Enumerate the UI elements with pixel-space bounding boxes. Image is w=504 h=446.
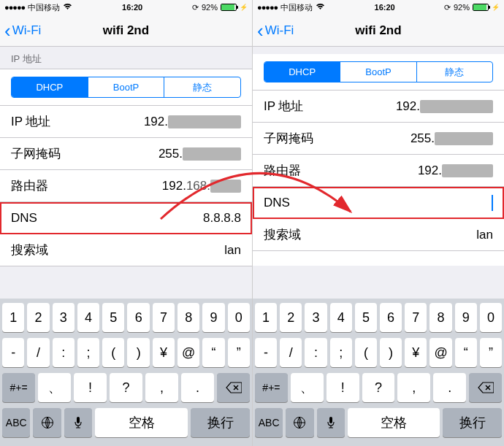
key-char[interactable]: )	[380, 338, 402, 367]
row-subnet[interactable]: 子网掩码 255.	[0, 138, 252, 170]
key-char[interactable]: ;	[77, 338, 99, 367]
status-time: 16:20	[122, 3, 142, 12]
key-row-3: #+= 、!?,.	[2, 373, 250, 402]
key-char[interactable]: ;	[330, 338, 352, 367]
key-1[interactable]: 1	[255, 303, 277, 332]
key-char[interactable]: @	[177, 338, 199, 367]
key-char[interactable]: ”	[228, 338, 250, 367]
key-abc[interactable]: ABC	[2, 408, 30, 437]
key-2[interactable]: 2	[27, 303, 49, 332]
row-subnet[interactable]: 子网掩码 255.	[253, 123, 504, 155]
key-char[interactable]: ¥	[405, 338, 427, 367]
key-9[interactable]: 9	[455, 303, 477, 332]
key-char[interactable]: ?	[110, 373, 142, 402]
key-7[interactable]: 7	[153, 303, 175, 332]
key-char[interactable]: -	[2, 338, 24, 367]
key-char[interactable]: ?	[362, 373, 395, 402]
key-backspace[interactable]	[217, 373, 250, 402]
key-backspace[interactable]	[469, 373, 502, 402]
key-return[interactable]: 换行	[443, 408, 502, 437]
key-char[interactable]: (	[102, 338, 124, 367]
battery-icon	[221, 4, 237, 11]
seg-bootp[interactable]: BootP	[88, 77, 165, 97]
back-label: Wi-Fi	[12, 23, 42, 38]
key-globe[interactable]	[286, 408, 313, 437]
key-mic[interactable]	[64, 408, 92, 437]
key-char[interactable]: !	[74, 373, 107, 402]
battery-pct: 92%	[454, 3, 470, 12]
key-char[interactable]: .	[433, 373, 466, 402]
row-ip[interactable]: IP 地址 192.	[0, 106, 252, 138]
row-dns[interactable]: DNS 8.8.8.8	[0, 202, 252, 234]
key-alt[interactable]: #+=	[2, 373, 35, 402]
key-5[interactable]: 5	[102, 303, 124, 332]
key-char[interactable]: )	[127, 338, 149, 367]
seg-dhcp[interactable]: DHCP	[12, 77, 88, 97]
key-char[interactable]: -	[255, 338, 277, 367]
segment-control: DHCP BootP 静态	[0, 69, 252, 106]
redacted-subnet	[183, 147, 241, 161]
wifi-icon	[316, 3, 325, 12]
key-char[interactable]: “	[202, 338, 224, 367]
key-char[interactable]: /	[280, 338, 302, 367]
key-mic[interactable]	[317, 408, 345, 437]
key-char[interactable]: :	[305, 338, 327, 367]
seg-bootp[interactable]: BootP	[340, 62, 416, 82]
key-char[interactable]: (	[355, 338, 377, 367]
back-label: Wi-Fi	[265, 23, 294, 38]
seg-static[interactable]: 静态	[417, 62, 492, 82]
key-0[interactable]: 0	[228, 303, 250, 332]
key-row-2: -/:;()¥@“”	[255, 338, 502, 367]
key-char[interactable]: .	[181, 373, 214, 402]
key-4[interactable]: 4	[330, 303, 352, 332]
key-9[interactable]: 9	[202, 303, 224, 332]
row-router[interactable]: 路由器 192.	[253, 155, 504, 187]
key-char[interactable]: ,	[397, 373, 430, 402]
backspace-icon	[478, 382, 494, 393]
key-4[interactable]: 4	[77, 303, 99, 332]
key-space[interactable]: 空格	[95, 408, 188, 437]
carrier-text: 中国移动	[280, 2, 313, 13]
key-6[interactable]: 6	[127, 303, 149, 332]
status-bar: ●●●●● 中国移动 16:20 ⟳ 92% ⚡	[253, 0, 504, 15]
key-6[interactable]: 6	[380, 303, 402, 332]
search-value: lan	[224, 243, 241, 258]
key-abc[interactable]: ABC	[255, 408, 283, 437]
row-dns[interactable]: DNS	[253, 187, 504, 219]
keyboard: 1234567890 -/:;()¥@“” #+= 、!?,. ABC 空格 换…	[0, 299, 252, 446]
key-char[interactable]: ¥	[153, 338, 175, 367]
key-char[interactable]: !	[327, 373, 359, 402]
key-1[interactable]: 1	[2, 303, 24, 332]
key-char[interactable]: 、	[291, 373, 324, 402]
key-return[interactable]: 换行	[191, 408, 250, 437]
key-7[interactable]: 7	[405, 303, 427, 332]
key-globe[interactable]	[33, 408, 61, 437]
key-3[interactable]: 3	[53, 303, 75, 332]
key-3[interactable]: 3	[305, 303, 327, 332]
back-button[interactable]: ‹ Wi-Fi	[0, 21, 41, 40]
row-search-domain[interactable]: 搜索域 lan	[253, 219, 504, 251]
key-char[interactable]: “	[455, 338, 477, 367]
seg-static[interactable]: 静态	[164, 77, 240, 97]
key-alt[interactable]: #+=	[255, 373, 288, 402]
key-char[interactable]: @	[429, 338, 451, 367]
key-char[interactable]: :	[53, 338, 75, 367]
key-space[interactable]: 空格	[348, 408, 440, 437]
key-char[interactable]: ,	[145, 373, 178, 402]
row-router[interactable]: 路由器 192.168.	[0, 170, 252, 202]
back-button[interactable]: ‹ Wi-Fi	[253, 21, 294, 40]
key-char[interactable]: ”	[480, 338, 502, 367]
key-row-1: 1234567890	[255, 303, 502, 332]
row-search-domain[interactable]: 搜索域 lan	[0, 234, 252, 266]
key-5[interactable]: 5	[355, 303, 377, 332]
key-8[interactable]: 8	[177, 303, 199, 332]
status-bar: ●●●●● 中国移动 16:20 ⟳ 92% ⚡	[0, 0, 252, 15]
seg-dhcp[interactable]: DHCP	[264, 62, 340, 82]
key-char[interactable]: /	[27, 338, 49, 367]
key-8[interactable]: 8	[429, 303, 451, 332]
key-0[interactable]: 0	[480, 303, 502, 332]
row-ip[interactable]: IP 地址 192.	[253, 91, 504, 123]
key-char[interactable]: 、	[38, 373, 71, 402]
nav-bar: ‹ Wi-Fi wifi 2nd	[0, 15, 252, 47]
key-2[interactable]: 2	[280, 303, 302, 332]
